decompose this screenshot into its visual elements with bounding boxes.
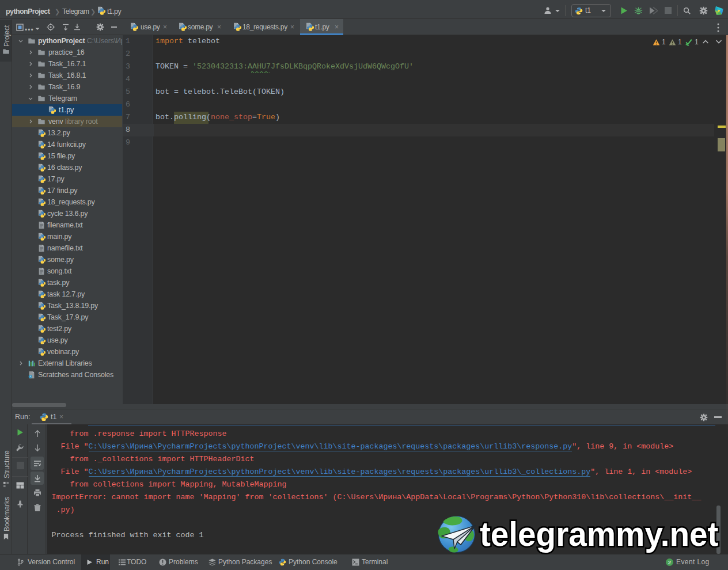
svg-text:telegrammy.net: telegrammy.net: [480, 515, 718, 553]
